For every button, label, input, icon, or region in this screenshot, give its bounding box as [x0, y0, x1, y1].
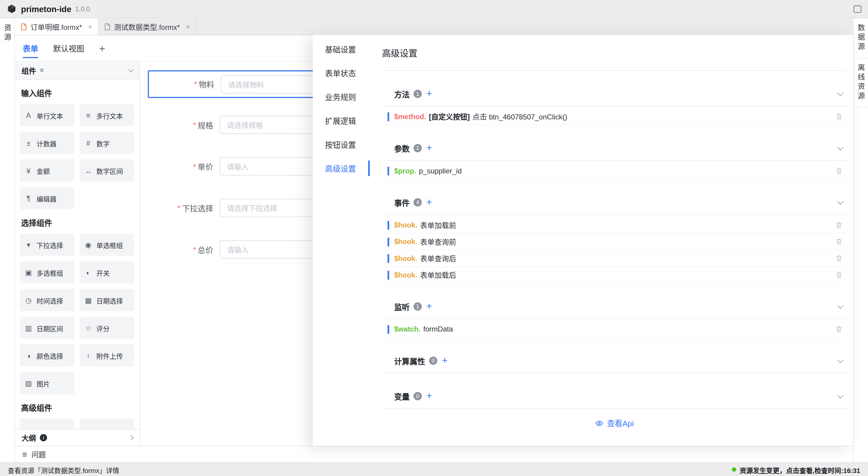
- event-item[interactable]: $hook. 表单查询前: [382, 234, 847, 250]
- problems-label: 问题: [31, 449, 46, 460]
- chevron-down-icon[interactable]: [837, 90, 843, 96]
- nav-basic-settings[interactable]: 基础设置: [313, 37, 370, 61]
- tab-label: 测试数据类型.formx*: [114, 22, 180, 32]
- rail-tab-offline-resources-label: 离线资源: [856, 64, 866, 101]
- method-source: [自定义按钮]: [429, 111, 470, 122]
- status-message[interactable]: 查看资源「测试数据类型.formx」详情: [8, 465, 119, 474]
- chevron-down-icon[interactable]: [128, 66, 134, 72]
- section-header[interactable]: 计算属性 0 +: [382, 349, 847, 373]
- palette-item-dropdown-select[interactable]: ▾下拉选择: [20, 234, 74, 256]
- section-header[interactable]: 变量 0 +: [382, 384, 847, 409]
- trash-icon[interactable]: [835, 271, 843, 278]
- palette-item-editor[interactable]: ¶编辑器: [20, 187, 74, 209]
- rating-icon: ☆: [84, 324, 93, 332]
- palette-item-rating[interactable]: ☆评分: [80, 317, 134, 339]
- chevron-down-icon[interactable]: [837, 302, 843, 308]
- palette-item-number[interactable]: #数字: [80, 132, 134, 154]
- palette-item-number-range[interactable]: ↔数字区间: [80, 159, 134, 182]
- method-item[interactable]: $method. [自定义按钮] 点击 btn_46078507_onClick…: [382, 109, 847, 125]
- palette-item-radio-group[interactable]: ◉单选框组: [80, 234, 134, 256]
- hook-prefix: $hook.: [394, 237, 417, 246]
- palette-item-advanced[interactable]: [20, 419, 74, 429]
- palette-item-counter[interactable]: ±计数器: [20, 132, 74, 154]
- chevron-right-icon[interactable]: [128, 435, 134, 440]
- rail-tab-resources[interactable]: 资源: [0, 19, 14, 48]
- trash-icon[interactable]: [835, 221, 843, 229]
- trash-icon[interactable]: [835, 238, 843, 245]
- trash-icon[interactable]: [835, 325, 843, 333]
- palette-item-attachment-upload[interactable]: ↑附件上传: [80, 345, 134, 366]
- app-title: primeton-ide: [21, 4, 71, 13]
- hook-prefix: $hook.: [394, 254, 417, 262]
- param-item[interactable]: $prop. p_supplier_id: [382, 163, 847, 179]
- rail-tab-data-source-label: 数据源: [856, 24, 866, 52]
- window-panel-icon[interactable]: [854, 5, 861, 12]
- palette-item-switch[interactable]: ◐开关: [80, 261, 134, 283]
- status-right[interactable]: 资源发生变更，点击查看,检查时间:16:31: [732, 465, 860, 474]
- add-computed-button[interactable]: +: [442, 356, 447, 365]
- section-header[interactable]: 方法 1 +: [382, 82, 847, 107]
- add-view-button[interactable]: +: [99, 43, 105, 53]
- rail-tab-offline-resources[interactable]: 离线资源: [854, 58, 868, 108]
- palette-section-title: 选择组件: [21, 217, 134, 228]
- rail-tab-data-source[interactable]: 数据源: [854, 19, 868, 58]
- close-icon[interactable]: ×: [88, 22, 92, 31]
- document-tabstrip: 订单明细.formx* × 测试数据类型.formx* ×: [15, 19, 853, 36]
- event-item[interactable]: $hook. 表单查询后: [382, 250, 847, 267]
- palette-header[interactable]: 组件 ≡: [15, 62, 140, 80]
- section-header[interactable]: 监听 1 +: [382, 294, 847, 319]
- info-icon[interactable]: i: [40, 434, 47, 441]
- trash-icon[interactable]: [835, 255, 843, 262]
- palette-item-multi-line-text[interactable]: ≡多行文本: [80, 104, 134, 126]
- add-param-button[interactable]: +: [426, 144, 432, 153]
- panel-title: 高级设置: [382, 46, 417, 59]
- palette-item-advanced[interactable]: [80, 419, 134, 429]
- chevron-down-icon[interactable]: [837, 392, 843, 398]
- palette-item-date-picker[interactable]: ▦日期选择: [80, 289, 134, 311]
- chevron-down-icon[interactable]: [837, 198, 843, 205]
- view-tab-form[interactable]: 表单: [23, 35, 38, 61]
- chevron-down-icon[interactable]: [837, 357, 843, 363]
- view-api-link[interactable]: 查看Api: [607, 417, 634, 429]
- tab-order-detail[interactable]: 订单明细.formx* ×: [15, 19, 99, 35]
- section-header[interactable]: 事件 4 +: [382, 190, 847, 215]
- nav-extension-logic[interactable]: 扩展逻辑: [313, 109, 370, 132]
- close-icon[interactable]: ×: [186, 22, 190, 31]
- palette-item-image[interactable]: ▨图片: [20, 372, 74, 394]
- count-badge: 0: [429, 357, 438, 365]
- add-method-button[interactable]: +: [426, 89, 432, 98]
- section-header[interactable]: 参数 1 +: [382, 136, 847, 161]
- chevron-down-icon[interactable]: [837, 144, 843, 150]
- outline-bar[interactable]: 大纲 i: [15, 429, 140, 446]
- view-tab-default-view[interactable]: 默认视图: [53, 35, 84, 61]
- trash-icon[interactable]: [835, 113, 843, 120]
- single-line-text-icon: A: [25, 111, 33, 119]
- tab-test-data-types[interactable]: 测试数据类型.formx* ×: [98, 19, 196, 35]
- field-label: *单价: [148, 161, 220, 172]
- palette-item-amount[interactable]: ¥金额: [20, 159, 74, 182]
- nav-button-settings[interactable]: 按钮设置: [313, 132, 370, 156]
- problems-bar[interactable]: ≡ 问题: [15, 446, 853, 463]
- add-event-button[interactable]: +: [426, 198, 432, 207]
- outline-label: 大纲: [22, 433, 36, 443]
- field-label: *总价: [148, 244, 220, 255]
- trash-icon[interactable]: [835, 167, 843, 174]
- add-variable-button[interactable]: +: [426, 391, 432, 400]
- nav-business-rules[interactable]: 业务规则: [313, 85, 370, 109]
- eye-icon: [595, 419, 604, 427]
- palette-item-color-picker[interactable]: ◑颜色选择: [20, 345, 74, 366]
- add-watch-button[interactable]: +: [426, 302, 432, 311]
- event-item[interactable]: $hook. 表单加载后: [382, 267, 847, 284]
- event-item[interactable]: $hook. 表单加载前: [382, 217, 847, 234]
- settings-drawer: 基础设置 表单状态 业务规则 扩展逻辑 按钮设置 高级设置 高级设置 方法 1 …: [313, 35, 853, 446]
- palette-item-single-line-text[interactable]: A单行文本: [20, 104, 74, 126]
- event-text: 表单查询后: [420, 253, 456, 264]
- watch-item[interactable]: $watch. formData: [382, 321, 847, 338]
- palette-item-date-range[interactable]: ▥日期区间: [20, 317, 74, 339]
- method-text: 点击 btn_46078507_onClick(): [473, 111, 567, 122]
- palette-item-time-picker[interactable]: ◷时间选择: [20, 289, 74, 311]
- nav-advanced-settings[interactable]: 高级设置: [313, 156, 370, 180]
- nav-form-state[interactable]: 表单状态: [313, 61, 370, 85]
- view-api-row[interactable]: 查看Api: [382, 417, 847, 429]
- palette-item-checkbox-group[interactable]: ▣多选框组: [20, 261, 74, 283]
